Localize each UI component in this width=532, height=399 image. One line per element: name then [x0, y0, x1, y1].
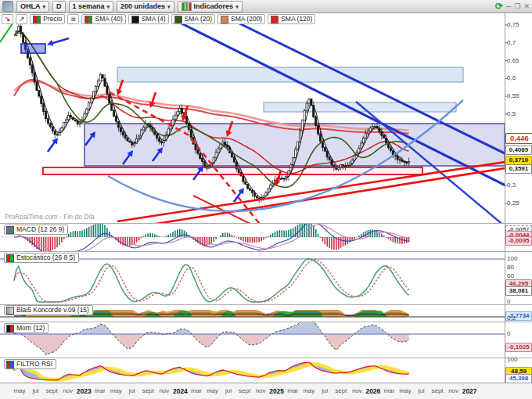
time-tick: nov	[63, 387, 73, 394]
rsi-filter-icon	[6, 361, 14, 368]
time-tick: sept	[431, 387, 443, 394]
minimize-icon[interactable]: ─	[506, 2, 511, 10]
koncorde-icon	[6, 307, 14, 315]
time-tick: 2026	[365, 387, 380, 395]
series-label: SMA (20)	[185, 15, 212, 23]
panel-title: Estocástico (26 8 5)	[16, 253, 75, 262]
symbol-select[interactable]: OHLA ▾	[16, 1, 49, 13]
time-tick: nov	[448, 387, 458, 394]
series-color-icon	[84, 16, 92, 23]
time-tick: sept	[46, 387, 58, 394]
series-label: Precio	[43, 15, 62, 23]
time-tick: nov	[159, 387, 169, 394]
legend-list-icon[interactable]: ≣	[67, 14, 79, 24]
sell-arrow-icon[interactable]: ↘	[2, 14, 13, 24]
macd-icon	[6, 226, 14, 234]
close-icon[interactable]: ✕	[523, 2, 530, 10]
series-color-icon	[174, 16, 182, 23]
chevron-down-icon: ▾	[167, 2, 171, 12]
chart-type-button[interactable]: D	[52, 1, 66, 13]
time-tick: nov	[352, 387, 362, 394]
time-tick: mar	[95, 387, 106, 394]
time-tick: jul	[129, 387, 135, 394]
panel-label-macd[interactable]: MACD (12 26 9)	[4, 225, 68, 235]
panel-label-stochastic[interactable]: Estocástico (26 8 5)	[4, 253, 79, 263]
series-label: SMA (200)	[231, 15, 262, 23]
panel-title: MACD (12 26 9)	[16, 225, 64, 234]
chart-canvas[interactable]	[0, 0, 532, 399]
time-tick: may	[207, 387, 218, 394]
toolbar: OHLA ▾ D 1 semana ▾ 200 unidades ▾ Indic…	[0, 0, 532, 13]
time-tick: sept	[142, 387, 154, 394]
legend-series-sma-120-[interactable]: SMA (120)	[268, 14, 315, 24]
legend-series-sma-200-[interactable]: SMA (200)	[217, 14, 265, 24]
chevron-down-icon: ▾	[235, 2, 239, 12]
series-label: SMA (4)	[142, 15, 166, 23]
series-label: SMA (120)	[281, 15, 312, 23]
series-color-icon	[131, 16, 139, 23]
buy-arrow-icon[interactable]: ↗	[16, 14, 27, 24]
time-tick: may	[399, 387, 411, 394]
stochastic-icon	[6, 254, 14, 262]
refresh-icon[interactable]: ⟳	[495, 2, 503, 10]
time-tick: nov	[256, 387, 266, 394]
time-tick: jul	[418, 387, 424, 394]
time-tick: jul	[322, 387, 328, 394]
series-color-icon	[33, 16, 41, 23]
time-axis: mayjulseptnov2023marmayjulseptnov2024mar…	[0, 383, 532, 399]
time-tick: jul	[225, 387, 232, 394]
time-tick: jul	[33, 387, 39, 394]
series-label: SMA (40)	[95, 15, 122, 23]
chevron-down-icon: ▾	[107, 2, 110, 12]
time-tick: mar	[287, 387, 298, 394]
legend-series-sma-4-[interactable]: SMA (4)	[128, 14, 169, 24]
time-tick: 2027	[462, 387, 477, 395]
legend-series-sma-40-[interactable]: SMA (40)	[81, 14, 125, 24]
time-tick: 2023	[77, 387, 92, 395]
chevron-down-icon: ▾	[43, 2, 46, 12]
time-tick: may	[303, 387, 315, 394]
legend-series-sma-20-[interactable]: SMA (20)	[171, 14, 215, 24]
symbol-label: OHLA	[20, 2, 41, 12]
time-tick: sept	[335, 387, 347, 394]
units-select[interactable]: 200 unidades ▾	[117, 1, 174, 13]
series-color-icon	[271, 16, 279, 23]
timeframe-select[interactable]: 1 semana ▾	[69, 1, 114, 13]
watermark: ProRealTime.com - Fin de Día	[5, 213, 94, 221]
time-tick: sept	[239, 387, 250, 394]
indicators-icon	[182, 2, 192, 11]
prorealtime-window: OHLA ▾ D 1 semana ▾ 200 unidades ▾ Indic…	[0, 0, 532, 399]
panel-label-rsi-filter[interactable]: FILTRO RSI	[4, 359, 56, 369]
series-color-icon	[221, 16, 228, 23]
time-tick: mar	[384, 387, 395, 394]
momentum-icon	[6, 325, 14, 332]
panel-title: FILTRO RSI	[16, 360, 52, 368]
time-tick: 2025	[269, 387, 284, 395]
panel-label-momentum[interactable]: Mom (12)	[4, 323, 49, 333]
time-tick: may	[110, 387, 122, 394]
legend-series-precio[interactable]: Precio	[30, 14, 65, 24]
app-icon	[2, 1, 13, 12]
indicators-button[interactable]: Indicadores ▾	[178, 1, 243, 13]
panel-title: Blai5 Koncorde v.09 (15)	[16, 306, 89, 315]
panel-label-koncorde[interactable]: Blai5 Koncorde v.09 (15)	[4, 305, 93, 315]
maximize-icon[interactable]: ❐	[514, 2, 520, 10]
time-tick: 2024	[173, 387, 188, 395]
panel-title: Mom (12)	[16, 324, 45, 332]
time-tick: may	[13, 387, 25, 394]
legend-row: ↘↗Precio≣SMA (40)SMA (4)SMA (20)SMA (200…	[2, 14, 315, 24]
window-controls: ⟳─❐✕	[495, 2, 532, 10]
time-tick: mar	[191, 387, 202, 394]
